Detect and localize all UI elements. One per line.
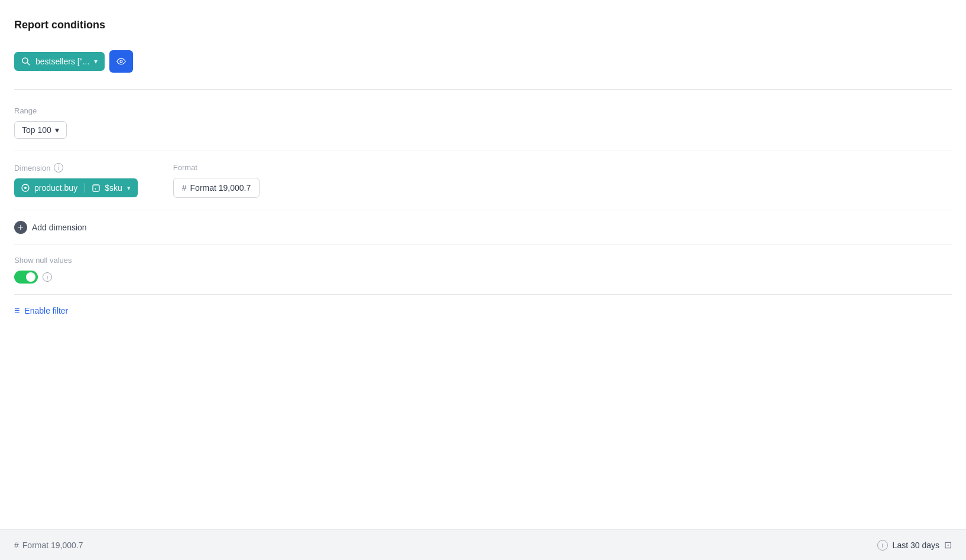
- eye-button[interactable]: [109, 50, 133, 73]
- product-buy-icon: [21, 184, 30, 192]
- add-dimension-row: + Add dimension: [14, 210, 952, 245]
- dimension-label: Dimension i: [14, 163, 138, 172]
- bottom-format-label: Format 19,000.7: [22, 541, 83, 550]
- search-row: bestsellers ["... ▾: [14, 50, 952, 73]
- range-section: Range Top 100 ▾: [14, 95, 952, 151]
- range-label: Range: [14, 106, 952, 115]
- null-values-label: Show null values: [14, 256, 952, 265]
- search-dropdown-button[interactable]: bestsellers ["... ▾: [14, 52, 105, 71]
- null-values-info-icon[interactable]: i: [43, 272, 52, 282]
- page-title: Report conditions: [14, 19, 952, 31]
- add-dimension-button[interactable]: + Add dimension: [14, 221, 87, 234]
- dimension-chevron-icon: ▾: [127, 184, 131, 192]
- search-icon: [21, 57, 31, 66]
- svg-line-1: [27, 63, 30, 65]
- eye-icon: [116, 57, 126, 66]
- bottom-info-icon[interactable]: i: [877, 540, 888, 551]
- bottom-hash-icon: #: [14, 541, 19, 550]
- null-values-section: Show null values i: [14, 245, 952, 295]
- range-chevron-icon: ▾: [55, 125, 59, 135]
- bottom-bar-right: i Last 30 days ⊡: [877, 539, 952, 551]
- enable-filter-button[interactable]: ≡ Enable filter: [14, 305, 68, 316]
- format-button[interactable]: # Format 19,000.7: [173, 178, 260, 198]
- plus-circle-icon: +: [14, 221, 27, 234]
- divider-1: [14, 89, 952, 90]
- enable-filter-label: Enable filter: [24, 306, 68, 315]
- null-values-toggle[interactable]: [14, 271, 38, 284]
- add-dimension-label: Add dimension: [32, 223, 87, 232]
- range-value: Top 100: [22, 125, 51, 135]
- calendar-icon[interactable]: ⊡: [944, 539, 952, 551]
- sku-label: $sku: [105, 183, 122, 193]
- enable-filter-section: ≡ Enable filter: [14, 295, 952, 327]
- chevron-down-icon: ▾: [94, 57, 98, 66]
- svg-point-4: [24, 187, 27, 189]
- product-buy-label: product.buy: [34, 183, 77, 193]
- bottom-bar: # Format 19,000.7 i Last 30 days ⊡: [0, 529, 966, 560]
- dimension-pill-button[interactable]: product.buy T $sku ▾: [14, 178, 138, 197]
- filter-icon: ≡: [14, 305, 20, 316]
- svg-text:T: T: [95, 187, 97, 190]
- svg-point-2: [120, 60, 122, 63]
- bottom-bar-format: # Format 19,000.7: [14, 541, 83, 550]
- hash-icon: #: [182, 183, 187, 193]
- dimension-info-icon[interactable]: i: [54, 163, 63, 172]
- format-label: Format: [173, 163, 260, 172]
- format-value: Format 19,000.7: [190, 183, 251, 193]
- sku-icon: T: [92, 184, 100, 192]
- bottom-date-range-label: Last 30 days: [893, 541, 939, 550]
- dimension-section: Dimension i product.buy T $sku ▾: [14, 151, 952, 210]
- range-dropdown[interactable]: Top 100 ▾: [14, 121, 67, 139]
- search-dropdown-label: bestsellers ["...: [35, 57, 89, 66]
